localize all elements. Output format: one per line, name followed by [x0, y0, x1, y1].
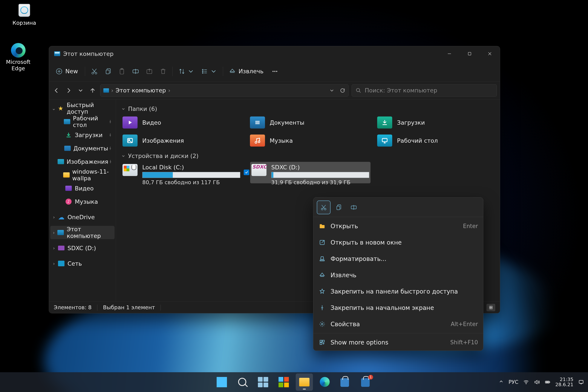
tiles-view-button[interactable] — [486, 304, 495, 311]
wifi-icon[interactable] — [523, 379, 529, 385]
notifications-icon[interactable] — [578, 379, 584, 385]
window-title: Этот компьютер — [63, 50, 114, 57]
svg-rect-0 — [468, 52, 471, 55]
ctx-format[interactable]: Форматировать... — [313, 250, 483, 267]
sidebar-item-music[interactable]: ♪Музыка — [50, 195, 114, 208]
back-button[interactable] — [52, 86, 61, 95]
folder-music[interactable]: Музыка — [249, 133, 368, 148]
ctx-open[interactable]: ОткрытьEnter — [313, 218, 483, 234]
share-button[interactable] — [143, 65, 156, 77]
context-quick-actions — [313, 198, 483, 216]
ctx-copy-button[interactable] — [332, 201, 345, 214]
rename-button[interactable] — [129, 65, 142, 77]
file-explorer-button[interactable] — [296, 374, 313, 391]
sidebar-item-network[interactable]: ›Сеть — [50, 257, 114, 270]
start-button[interactable] — [213, 374, 230, 391]
nav-row: › Этот компьютер › — [49, 82, 500, 100]
ctx-pin-start[interactable]: Закрепить на начальном экране — [313, 300, 483, 316]
folder-video[interactable]: Видео — [121, 115, 240, 130]
minimize-button[interactable] — [439, 46, 460, 61]
edge-icon — [320, 377, 330, 387]
music-icon — [250, 134, 265, 146]
drive-d[interactable]: SDXC SDXC (D:) 31,9 ГБ свободно из 31,9 … — [250, 162, 370, 183]
folder-icon — [318, 222, 326, 230]
star-icon: ★ — [57, 105, 64, 112]
sidebar-item-pictures[interactable]: Изображения — [50, 155, 114, 168]
this-pc-icon — [54, 51, 60, 56]
delete-button[interactable] — [156, 65, 170, 77]
drive-c[interactable]: Local Disk (C:) 80,7 ГБ свободно из 117 … — [121, 162, 242, 183]
drive-d-usage-bar — [271, 172, 369, 178]
svg-point-30 — [321, 323, 323, 325]
svg-rect-20 — [382, 138, 387, 142]
maximize-button[interactable] — [460, 46, 480, 61]
sidebar-item-quick-access[interactable]: ⌄★ Быстрый доступ — [50, 102, 114, 115]
tray-overflow-button[interactable] — [498, 379, 504, 385]
battery-icon[interactable] — [544, 379, 550, 385]
breadcrumb[interactable]: Этот компьютер — [116, 87, 166, 94]
history-button[interactable] — [76, 86, 85, 95]
sidebar-item-sdxc[interactable]: ›SDXC (D:) — [50, 241, 114, 255]
group-folders-header[interactable]: Папки (6) — [121, 106, 495, 112]
sidebar-item-desktop[interactable]: Рабочий стол — [50, 115, 114, 128]
pin-icon — [108, 118, 112, 125]
edge-button[interactable] — [316, 374, 334, 391]
language-indicator[interactable]: РУС — [508, 379, 518, 385]
chevron-down-icon[interactable] — [329, 88, 334, 93]
ctx-open-new-window[interactable]: Открыть в новом окне — [313, 234, 483, 250]
sidebar-item-downloads[interactable]: Загрузки — [50, 128, 114, 142]
more-button[interactable] — [268, 65, 282, 77]
volume-icon[interactable] — [534, 379, 540, 385]
folder-desktop[interactable]: Рабочий стол — [376, 133, 495, 148]
notification-badge: 1 — [368, 375, 373, 380]
cut-button[interactable] — [88, 65, 101, 77]
ctx-show-more[interactable]: Show more optionsShift+F10 — [313, 334, 483, 350]
clock[interactable]: 21:35 28.6.21 — [555, 377, 574, 387]
sidebar-item-this-pc[interactable]: ›Этот компьютер — [50, 226, 114, 239]
titlebar[interactable]: Этот компьютер — [49, 46, 500, 61]
ctx-pin-quick-access[interactable]: Закрепить на панели быстрого доступа — [313, 283, 483, 300]
task-view-button[interactable] — [254, 374, 272, 391]
sidebar-item-video[interactable]: Видео — [50, 182, 114, 195]
ctx-cut-button[interactable] — [317, 201, 330, 214]
context-menu: ОткрытьEnter Открыть в новом окне Формат… — [313, 197, 483, 351]
sidebar-item-win11-wall[interactable]: windows-11-wallpa — [50, 168, 114, 182]
download-icon — [65, 131, 72, 138]
folder-downloads[interactable]: Загрузки — [376, 115, 495, 130]
paste-button[interactable] — [115, 65, 128, 77]
ctx-rename-button[interactable] — [347, 201, 360, 214]
address-bar[interactable]: › Этот компьютер › — [100, 84, 348, 97]
recycle-bin[interactable]: Корзина — [8, 4, 40, 26]
search-button[interactable] — [234, 374, 251, 391]
copy-button[interactable] — [102, 65, 115, 77]
selection-checkbox[interactable] — [244, 170, 249, 175]
chevron-right-icon: › — [111, 87, 114, 94]
sidebar-item-documents[interactable]: Документы — [50, 142, 114, 155]
pin-icon — [108, 158, 112, 165]
store-button[interactable] — [337, 374, 354, 391]
this-pc-icon — [103, 88, 109, 93]
edge-shortcut[interactable]: Microsoft Edge — [2, 43, 34, 72]
forward-button[interactable] — [64, 86, 73, 95]
search-icon — [356, 88, 361, 93]
documents-icon — [64, 146, 71, 151]
folder-pictures[interactable]: Изображения — [121, 133, 240, 148]
pictures-icon — [122, 134, 138, 146]
folder-documents[interactable]: Документы — [249, 115, 368, 130]
up-button[interactable] — [88, 86, 97, 95]
new-button[interactable]: New — [52, 65, 82, 77]
edge-icon — [11, 43, 26, 58]
ctx-properties[interactable]: СвойстваAlt+Enter — [313, 316, 483, 332]
sidebar-item-onedrive[interactable]: ›☁OneDrive — [50, 210, 114, 224]
store-button-2[interactable]: 1 — [358, 374, 375, 391]
sort-button[interactable] — [175, 65, 198, 77]
search-box[interactable] — [352, 84, 497, 97]
widgets-button[interactable] — [275, 374, 292, 391]
search-input[interactable] — [365, 87, 493, 94]
eject-button[interactable]: Извлечь — [226, 65, 268, 77]
ctx-eject[interactable]: Извлечь — [313, 267, 483, 283]
refresh-icon[interactable] — [340, 88, 345, 93]
group-drives-header[interactable]: Устройства и диски (2) — [121, 152, 495, 159]
view-button[interactable] — [198, 65, 220, 77]
close-button[interactable] — [480, 46, 500, 61]
